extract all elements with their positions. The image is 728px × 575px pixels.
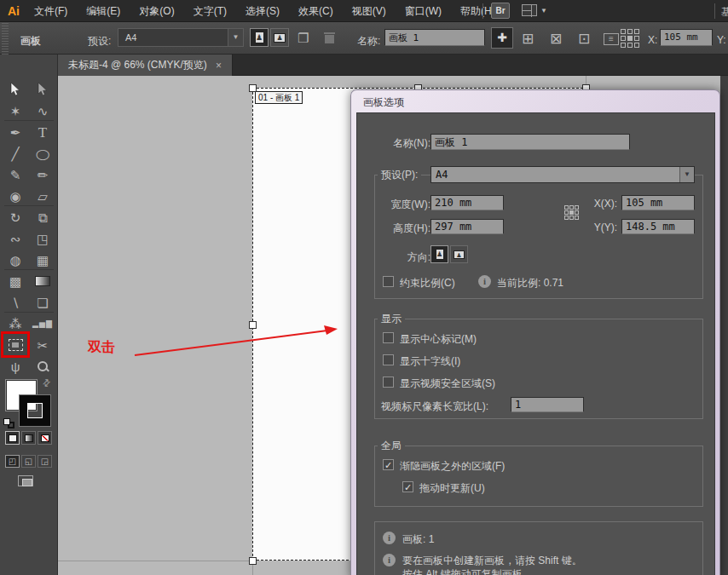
workspace-name-partial[interactable]: 基 — [721, 5, 728, 20]
screen-mode-icon[interactable] — [18, 475, 33, 486]
default-fill-stroke-icon[interactable] — [3, 418, 15, 429]
none-button[interactable] — [38, 431, 52, 445]
workspace-switcher-icon[interactable] — [522, 4, 537, 16]
dialog-y-input[interactable]: 148.5 mm — [621, 219, 695, 234]
ellipse-tool[interactable]: ◯ — [31, 143, 55, 164]
pixel-ratio-input[interactable]: 1 — [511, 397, 584, 412]
constrain-checkbox[interactable] — [383, 276, 394, 287]
artboard-handle-bottom-left[interactable] — [249, 557, 257, 565]
perspective-grid-icon: ▦ — [37, 254, 49, 267]
annotation-arrow — [128, 320, 343, 365]
x-input[interactable]: 105 mm — [660, 29, 713, 46]
artboard-handle-top-left[interactable] — [249, 84, 257, 92]
selection-tool[interactable] — [3, 79, 27, 100]
pen-tool[interactable]: ✒ — [3, 122, 27, 142]
menu-type[interactable]: 文字(T) — [194, 4, 227, 19]
direct-selection-arrow-icon — [38, 83, 49, 96]
new-artboard-dashed-icon[interactable]: ⊞ — [522, 32, 534, 46]
eyedropper-tool[interactable]: ∖ — [3, 292, 27, 313]
dialog-portrait-button[interactable]: ♟ — [430, 245, 448, 263]
ratio-info-icon: i — [478, 275, 491, 288]
menu-effect[interactable]: 效果(C) — [298, 4, 333, 19]
zoom-tool[interactable] — [31, 356, 55, 377]
shape-builder-tool[interactable]: ◍ — [3, 250, 27, 270]
show-video-safe-checkbox[interactable] — [383, 377, 394, 388]
preset-dropdown[interactable]: A4 ▼ — [118, 28, 244, 47]
artboard-name-input[interactable]: 画板 1 — [384, 29, 485, 46]
color-button[interactable] — [5, 431, 20, 445]
stroke-swatch[interactable] — [20, 395, 50, 426]
delete-dashed-icon[interactable]: ⊠ — [550, 32, 562, 46]
eraser-icon: ▱ — [38, 190, 48, 203]
free-transform-tool[interactable]: ◳ — [31, 228, 55, 249]
update-while-dragging-checkbox[interactable]: ✓ — [402, 481, 413, 492]
blob-brush-tool[interactable]: ◉ — [3, 186, 27, 206]
mesh-tool[interactable]: ▩ — [3, 271, 27, 291]
new-artboard-icon[interactable]: ❐ — [298, 32, 309, 44]
pencil-tool[interactable]: ✏ — [31, 164, 55, 185]
height-input[interactable]: 297 mm — [430, 219, 504, 234]
bridge-button[interactable]: Br — [491, 3, 510, 19]
illustrator-window: Ai 文件(F) 编辑(E) 对象(O) 文字(T) 选择(S) 效果(C) 视… — [0, 0, 728, 575]
eraser-tool[interactable]: ▱ — [31, 186, 55, 206]
slice-tool[interactable]: ✂ — [31, 335, 55, 355]
menu-items: 文件(F) 编辑(E) 对象(O) 文字(T) 选择(S) 效果(C) 视图(V… — [31, 0, 495, 22]
menu-help[interactable]: 帮助(H) — [460, 4, 495, 19]
menu-view[interactable]: 视图(V) — [352, 4, 386, 19]
tool-divider — [4, 312, 54, 313]
menu-select[interactable]: 选择(S) — [246, 4, 280, 19]
dialog-landscape-icon: ♟ — [454, 250, 465, 259]
menu-file[interactable]: 文件(F) — [34, 4, 67, 19]
menu-edit[interactable]: 编辑(E) — [86, 4, 120, 19]
gradient-tool[interactable] — [31, 271, 55, 291]
lasso-tool[interactable]: ∿ — [31, 101, 55, 121]
menu-window[interactable]: 窗口(W) — [405, 4, 442, 19]
name-label: 名称: — [357, 34, 380, 49]
dialog-x-input[interactable]: 105 mm — [621, 195, 695, 210]
workspace-dropdown-arrow-icon[interactable]: ▼ — [540, 7, 547, 14]
magic-wand-tool[interactable]: ✶ — [3, 101, 27, 121]
draw-normal-button[interactable]: ◰ — [5, 455, 20, 468]
swap-fill-stroke-icon[interactable]: ⇄ — [40, 377, 54, 390]
mesh-icon: ▩ — [9, 275, 21, 288]
dialog-reference-point-grid[interactable] — [564, 205, 579, 220]
menu-object[interactable]: 对象(O) — [139, 4, 174, 19]
reference-point-grid[interactable] — [621, 29, 639, 48]
type-tool[interactable]: T — [31, 122, 55, 142]
move-artboard-button[interactable]: ✚ — [491, 27, 513, 49]
width-tool[interactable]: ∾ — [3, 228, 27, 249]
panel-grip[interactable] — [2, 22, 9, 55]
line-segment-tool[interactable]: ╱ — [3, 143, 27, 164]
dialog-preset-arrow-icon[interactable]: ▼ — [679, 167, 694, 182]
perspective-grid-tool[interactable]: ▦ — [31, 250, 55, 270]
column-graph-tool[interactable]: ▂▅▇ — [31, 313, 55, 334]
show-center-mark-checkbox[interactable] — [383, 332, 394, 343]
direct-selection-tool[interactable] — [31, 79, 55, 100]
blend-tool[interactable]: ❏ — [31, 292, 55, 313]
scale-tool[interactable]: ⧉ — [31, 207, 55, 227]
rotate-tool[interactable]: ↻ — [3, 207, 27, 227]
tab-close-icon[interactable]: × — [216, 60, 222, 72]
tip-info-icon: i — [383, 554, 396, 566]
dialog-name-input[interactable]: 画板 1 — [430, 134, 630, 150]
dialog-landscape-button[interactable]: ♟ — [450, 245, 468, 263]
menu-separator-2 — [714, 3, 715, 19]
landscape-orientation-button[interactable]: ♟ — [270, 28, 289, 47]
preset-dropdown-arrow-icon[interactable]: ▼ — [228, 29, 243, 46]
show-cross-hairs-checkbox[interactable] — [383, 354, 394, 365]
hand-tool[interactable]: ψ — [3, 356, 27, 377]
portrait-orientation-button[interactable]: ♟ — [250, 28, 269, 47]
delete-artboard-icon[interactable] — [324, 32, 336, 45]
document-tab[interactable]: 未标题-4 @ 66% (CMYK/预览) × — [58, 55, 233, 76]
tab-bar: 未标题-4 @ 66% (CMYK/预览) × — [58, 55, 728, 76]
paintbrush-tool[interactable]: ✎ — [3, 164, 27, 185]
dialog-preset-dropdown[interactable]: A4 ▼ — [430, 166, 695, 183]
draw-inside-button[interactable]: ◲ — [38, 455, 52, 468]
width-input[interactable]: 210 mm — [430, 195, 504, 210]
artboard-options-icon[interactable]: ≡ — [604, 33, 619, 45]
convert-dashed-icon[interactable]: ⊡ — [578, 32, 590, 46]
gradient-button[interactable] — [21, 431, 36, 445]
fade-region-checkbox[interactable]: ✓ — [383, 459, 394, 470]
draw-behind-button[interactable]: ◱ — [21, 455, 36, 468]
artboard-guide-line — [252, 564, 253, 575]
